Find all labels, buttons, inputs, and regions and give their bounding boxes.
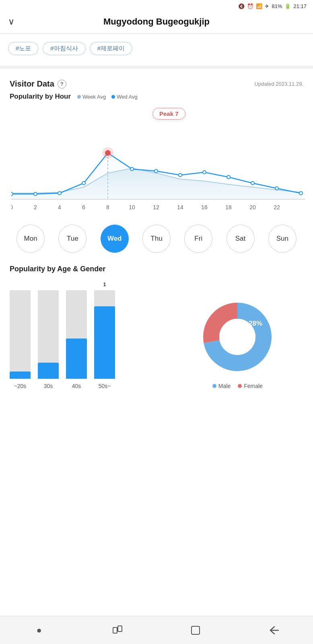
- week-avg-label: Week Avg: [82, 94, 106, 100]
- wed-avg-label: Wed Avg: [117, 94, 138, 100]
- svg-point-10: [154, 169, 158, 173]
- svg-text:0: 0: [11, 204, 13, 211]
- nav-tabs-button[interactable]: [107, 620, 128, 640]
- mute-icon: 🔇: [238, 3, 245, 9]
- svg-point-9: [130, 167, 134, 171]
- days-row: Mon Tue Wed Thu Fri Sat Sun: [10, 219, 303, 261]
- bar-chart: ~20s 30s 40s 1: [10, 281, 168, 389]
- nav-dot-button[interactable]: ●: [29, 620, 49, 640]
- info-icon[interactable]: ?: [58, 80, 66, 89]
- bar-40s: 40s: [66, 281, 87, 389]
- svg-rect-36: [118, 626, 122, 632]
- day-sun[interactable]: Sun: [268, 225, 297, 253]
- svg-text:8: 8: [106, 204, 109, 211]
- age-gender-content: ~20s 30s 40s 1: [10, 281, 303, 389]
- svg-text:2: 2: [34, 204, 37, 211]
- donut-legend: Male Female: [212, 383, 263, 389]
- visitor-title: Visitor Data ?: [10, 79, 66, 89]
- legend-male: Male: [212, 383, 231, 389]
- visitor-section: Visitor Data ? Updated 2023.11.29. Popul…: [0, 75, 313, 261]
- day-thu[interactable]: Thu: [142, 225, 171, 253]
- tag-3[interactable]: #제로페이: [90, 42, 132, 55]
- visitor-data-label: Visitor Data: [10, 79, 54, 89]
- tag-2[interactable]: #아침식사: [43, 42, 85, 55]
- time-text: 21:17: [293, 3, 307, 9]
- svg-point-4: [105, 150, 111, 156]
- popularity-hour-label: Popularity by Hour: [10, 93, 71, 101]
- svg-text:28%: 28%: [249, 320, 262, 327]
- svg-text:16: 16: [201, 204, 208, 211]
- page-title: Mugyodong Bugeogukjip: [103, 17, 210, 27]
- day-wed[interactable]: Wed: [101, 225, 129, 253]
- svg-text:18: 18: [225, 204, 232, 211]
- female-dot: [238, 384, 242, 388]
- svg-point-14: [251, 182, 254, 185]
- bar-50s: 1 50s~: [94, 281, 115, 389]
- bar-30s-fg: [38, 363, 59, 379]
- svg-text:14: 14: [177, 204, 183, 211]
- back-chevron[interactable]: ∨: [8, 17, 14, 27]
- svg-rect-35: [113, 627, 117, 633]
- tag-1[interactable]: #노포: [8, 42, 39, 55]
- svg-point-11: [179, 173, 182, 177]
- svg-text:72%: 72%: [222, 338, 235, 346]
- header: ∨ Mugyodong Bugeogukjip: [0, 12, 313, 34]
- svg-text:4: 4: [58, 204, 61, 211]
- bar-40s-fg: [66, 339, 87, 379]
- bar-50s-top: 1: [103, 281, 106, 289]
- status-bar: 🔇 ⏰ 📶 ✈ 81% 🔋 21:17: [0, 0, 313, 12]
- bar-50s-wrapper: [94, 290, 115, 379]
- bar-20s-fg: [10, 372, 31, 379]
- day-sat[interactable]: Sat: [227, 225, 255, 253]
- bar-30s-wrapper: [38, 290, 59, 379]
- alarm-icon: ⏰: [247, 3, 253, 9]
- svg-point-6: [34, 192, 37, 196]
- wifi-icon: 📶: [256, 3, 262, 9]
- nav-back-button[interactable]: [264, 620, 284, 640]
- svg-point-12: [203, 171, 206, 174]
- svg-point-8: [82, 182, 85, 185]
- male-label: Male: [218, 383, 231, 389]
- svg-point-7: [58, 192, 61, 195]
- battery-icon: 🔋: [284, 3, 291, 9]
- week-avg-dot: [77, 95, 81, 99]
- donut-chart: 28% 72%: [197, 297, 278, 377]
- battery-text: 81%: [272, 3, 282, 9]
- popularity-hour-row: Popularity by Hour Week Avg Wed Avg: [10, 93, 303, 101]
- bar-20s-wrapper: [10, 290, 31, 379]
- age-gender-title: Popularity by Age & Gender: [10, 265, 303, 273]
- svg-point-5: [11, 192, 13, 196]
- svg-text:6: 6: [82, 204, 85, 211]
- svg-point-13: [227, 175, 230, 179]
- bar-20s: ~20s: [10, 281, 31, 389]
- airplane-icon: ✈: [265, 3, 269, 9]
- bar-40s-label: 40s: [72, 383, 81, 389]
- bar-30s-label: 30s: [44, 383, 53, 389]
- tags-row: #노포 #아침식사 #제로페이: [0, 34, 313, 59]
- line-chart-container: Peak 7: [10, 105, 303, 219]
- bar-20s-bg: [10, 290, 31, 379]
- female-label: Female: [244, 383, 263, 389]
- bar-40s-wrapper: [66, 290, 87, 379]
- svg-text:20: 20: [249, 204, 256, 211]
- bottom-nav: ●: [0, 616, 313, 644]
- nav-square-button[interactable]: [185, 620, 206, 640]
- updated-text: Updated 2023.11.29.: [255, 81, 303, 87]
- day-tue[interactable]: Tue: [58, 225, 86, 253]
- legend-week-avg: Week Avg: [77, 94, 106, 100]
- bar-50s-fg: [94, 306, 115, 379]
- day-mon[interactable]: Mon: [16, 225, 45, 253]
- svg-rect-37: [192, 626, 200, 634]
- visitor-header: Visitor Data ? Updated 2023.11.29.: [10, 79, 303, 89]
- wed-avg-dot: [111, 95, 115, 99]
- donut-area: 28% 72% Male Female: [172, 297, 303, 389]
- section-divider: [0, 66, 313, 69]
- bar-20s-label: ~20s: [14, 383, 27, 389]
- legend-female: Female: [238, 383, 263, 389]
- day-fri[interactable]: Fri: [184, 225, 212, 253]
- line-chart: 0 2 4 6 8 10 12 14 16 18 20 22: [11, 125, 305, 217]
- age-gender-section: Popularity by Age & Gender ~20s 30s: [0, 261, 313, 397]
- svg-point-16: [299, 192, 303, 195]
- chart-legend: Week Avg Wed Avg: [77, 94, 138, 100]
- svg-text:10: 10: [129, 204, 135, 211]
